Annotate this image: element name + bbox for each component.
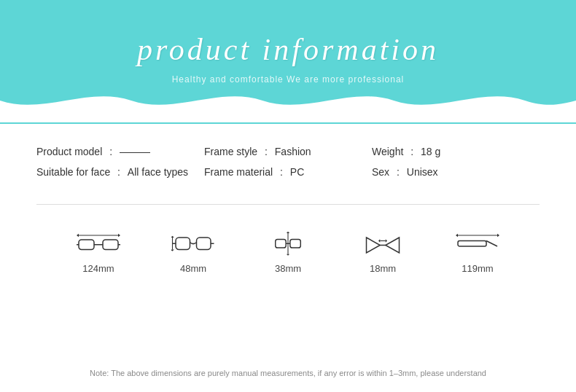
svg-rect-19 [290,240,300,248]
face-type-item: Suitable for face : All face types [36,166,204,178]
svg-rect-3 [79,240,94,250]
dim-lens-width-label: 124mm [82,263,114,274]
dim-lens-height-label: 48mm [180,263,206,274]
svg-marker-27 [497,234,499,238]
sex-item: Sex : Unisex [372,166,540,178]
dim-temple-label: 119mm [462,263,493,274]
product-model-label: Product model [36,146,102,157]
product-model-item: Product model : ——— [36,146,204,157]
svg-marker-1 [77,234,79,238]
dim-bridge-label: 38mm [275,263,301,274]
svg-marker-17 [287,254,289,256]
frame-style-value: Fashion [275,146,311,157]
svg-marker-14 [171,250,174,251]
header-section: product information Healthy and comforta… [0,0,576,124]
svg-marker-26 [456,234,458,238]
info-grid: Product model : ——— Frame style : Fashio… [36,146,540,178]
face-type-sep: : [114,166,123,178]
svg-rect-8 [176,238,190,250]
glasses-height-icon [171,231,215,257]
divider [36,204,540,205]
dimension-temple: 119mm [456,231,499,274]
glasses-nose-icon [361,231,405,257]
face-type-label: Suitable for face [36,166,110,178]
glasses-temple-icon [456,231,499,257]
svg-marker-23 [378,239,380,243]
dim-nose-bridge-label: 18mm [370,263,396,274]
frame-style-item: Frame style : Fashion [204,146,372,157]
glasses-bridge-icon [266,231,310,257]
product-model-value: ——— [120,146,150,157]
svg-marker-16 [287,232,289,233]
note-section: Note: The above dimensions are purely ma… [36,358,540,377]
weight-label: Weight [372,146,403,157]
frame-material-label: Frame material [204,166,273,178]
wave-decoration [0,86,576,124]
frame-material-sep: : [277,166,286,178]
frame-material-value: PC [290,166,304,178]
dimension-lens-height: 48mm [171,231,215,274]
frame-material-item: Frame material : PC [204,166,372,178]
svg-marker-2 [118,234,120,238]
dimension-bridge: 38mm [266,231,310,274]
glasses-width-icon [77,231,120,257]
svg-rect-28 [458,241,486,247]
product-model-sep: : [106,146,115,157]
sex-value: Unisex [407,166,438,178]
weight-sep: : [408,146,416,157]
weight-value: 18 g [421,146,440,157]
sex-label: Sex [372,166,389,178]
svg-marker-24 [386,239,387,243]
content-section: Product model : ——— Frame style : Fashio… [0,124,576,392]
svg-rect-4 [103,240,118,250]
frame-style-sep: : [262,146,271,157]
sex-sep: : [394,166,402,178]
svg-rect-9 [197,238,211,250]
header-subtitle: Healthy and comfortable We are more prof… [172,74,405,85]
note-text: Note: The above dimensions are purely ma… [36,369,540,377]
svg-rect-18 [276,240,286,248]
face-type-value: All face types [128,166,188,178]
weight-item: Weight : 18 g [372,146,540,157]
dimensions-row: 124mm [36,224,540,281]
page-wrapper: product information Healthy and comforta… [0,0,576,392]
svg-line-29 [486,241,497,247]
dimension-lens-width: 124mm [77,231,120,274]
svg-marker-13 [171,236,174,238]
page-title: product information [137,32,439,67]
dimension-nose-bridge: 18mm [361,231,405,274]
frame-style-label: Frame style [204,146,257,157]
